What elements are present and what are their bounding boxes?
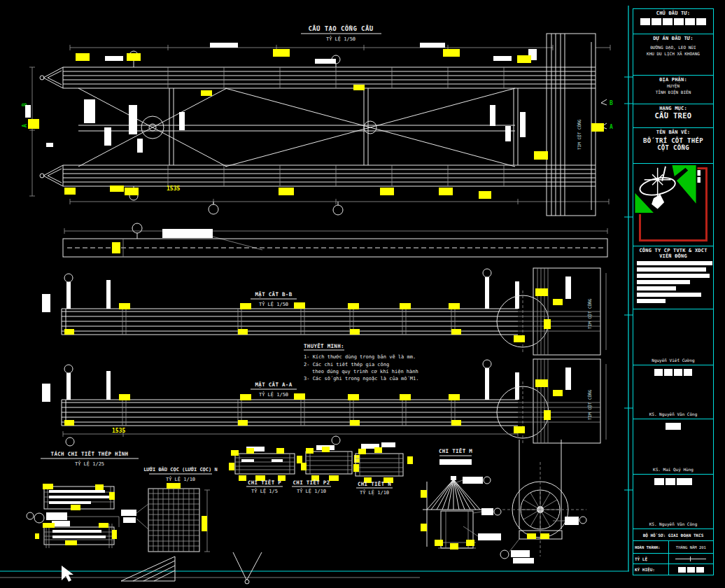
category-label: HẠNG MỤC: [635,106,711,111]
detail-n: CHI TIẾT N TỶ LỆ 1/10 [353,442,413,496]
cad-sheet: { "sheet": { "background": "#000000", "f… [0,0,725,588]
highlighted-dim [202,516,207,531]
date-label: HOÀN THÀNH: [635,545,660,550]
note-line: 2- Các chi tiết thép gia công [304,362,389,368]
main-scale: TỶ LỆ 1/50 [326,36,356,42]
cursor-arrow [62,566,73,582]
drawing-canvas: CẤU TẠO CỔNG CẦU TỶ LỆ 1/50 TIM CỘT CỔNG… [0,0,633,588]
detail-m: CHI TIẾT M [421,448,501,550]
tb-sign-1: Nguyễn Viết Cường [633,309,713,365]
scale-label: TỶ LỆ [635,556,647,561]
signer3-name: KS. Mai Quý Hùng [635,467,711,472]
redacted-row [635,423,711,430]
project-line2: KHU DU LỊCH XÃ KHOANG [635,50,711,57]
detail2-scale: TỶ LỆ 1/10 [166,476,195,482]
redacted-bar [637,299,666,303]
studs [64,360,519,400]
scale-bar-symbol [675,556,706,561]
redacted-label [42,384,50,402]
signer2-name: KS. Nguyễn Văn Công [635,412,711,417]
footer-partial-shapes [62,552,262,584]
note-line: theo đúng quy trình cơ khí hiện hành [312,369,418,374]
tb-drawing-name: TÊN BẢN VẼ: BỐ TRÍ CỐT THÉP CỘT CỔNG [633,128,713,164]
signer1-name: Nguyễn Viết Cường [635,358,711,363]
investor-label: CHỦ ĐẦU TƯ: [635,10,711,16]
detail-p2: CHI TIẾT P2 TỶ LỆ 1/10 [292,445,360,494]
redacted-row [635,369,711,376]
detail3-title: CHI TIẾT P [248,479,281,486]
redacted-bar [637,261,712,265]
dim-1535-bottom: 1535 [112,428,125,434]
redacted-label [439,459,472,465]
section-b-drawing: MẶT CẮT B-B TỶ LỆ 1/50 TIM CỘT CỔNG [42,268,606,355]
main-title: CẤU TẠO CỔNG CẦU [308,24,373,32]
redacted-label [123,517,136,523]
detail3-scale: TỶ LỆ 1/5 [251,488,278,494]
dossier-text: BỘ HỒ SƠ: GIAI ĐOẠN TKCS [643,533,704,538]
redacted-bar [637,286,676,290]
column-axis-label: TIM CỘT CỔNG [577,119,582,150]
detail-luoi-coc: LƯỚI ĐẦU CỌC (LƯỚI CỌC) N TỶ LỆ 1/10 [121,466,218,552]
marker-a-right: A [610,124,613,130]
tb-project: DỰ ÁN ĐẦU TƯ: ĐƯỜNG DẠO, LEO NÚI KHU DU … [633,34,713,76]
notes-title: THUYẾT MINH: [304,343,344,349]
redacted-bar [637,274,710,278]
detail-wheel [500,440,586,564]
redacted-labels [25,43,537,153]
category-value: CẦU TREO [635,111,711,120]
redacted-row [669,566,713,574]
section-a-scale: TỶ LỆ 1/50 [259,391,288,398]
detail2-title: LƯỚI ĐẦU CỌC (LƯỚI CỌC) N [143,466,217,472]
note-line: 1- Kích thước dùng trong bản vẽ là mm. [304,354,416,360]
tb-dossier: BỘ HỒ SƠ: GIAI ĐOẠN TKCS [633,529,713,541]
project-line1: ĐƯỜNG DẠO, LEO NÚI [635,44,711,50]
highlighted-dims [421,490,474,550]
detail5-scale: TỶ LỆ 1/10 [360,489,389,496]
rod-bar-drawing [63,223,607,257]
marker-a-left: A [22,124,28,127]
detail-p: CHI TIẾT P TỶ LỆ 1/5 [229,447,302,494]
redacted-label [42,294,50,312]
signer4-name: KS. Nguyễn Văn Công [635,522,711,527]
company-logo [639,167,708,241]
notes-block: THUYẾT MINH: 1- Kích thước dùng trong bả… [304,343,418,382]
tb-company: CÔNG TY CP TVTK & XDCT VIỄN ĐÔNG [633,246,713,309]
detail-thep-hinh: TÁCH CHI TIẾT THÉP HÌNH TỶ LỆ 1/25 [27,451,139,548]
redacted-bar [637,267,706,272]
drawing-name-label: TÊN BẢN VẼ: [635,130,711,135]
tb-sign-3: KS. Mai Quý Hùng [633,419,713,475]
symbol-label: KÝ HIỆU: [635,567,655,572]
date-value: THÁNG NĂM 201 [676,545,706,550]
tb-sign-4: KS. Nguyễn Văn Công [633,475,713,529]
detail6-title: CHI TIẾT M [439,448,472,454]
redacted-row [635,478,711,485]
tb-sign-2: KS. Nguyễn Văn Công [633,365,713,419]
project-label: DỰ ÁN ĐẦU TƯ: [635,36,711,41]
redacted-row [635,18,711,25]
column-axis-label: TIM CỘT CỔNG [587,389,593,420]
detail4-title: CHI TIẾT P2 [293,479,330,486]
location-label: ĐỊA PHẬN: [635,77,711,83]
redacted-label [162,229,213,238]
tb-investor: CHỦ ĐẦU TƯ: [633,9,713,34]
marker-b-right: B [610,100,613,106]
logo-art [633,164,698,214]
main-plan-drawing: CẤU TẠO CỔNG CẦU TỶ LỆ 1/50 TIM CỘT CỔNG… [22,24,613,216]
dim-1535-top: 1535 [167,186,180,192]
redacted-bar [637,293,701,297]
company-line1: CÔNG TY CP TVTK & XDCT [635,248,711,253]
company-line2: VIỄN ĐÔNG [635,253,711,259]
section-a-title: MẶT CẮT A-A [255,382,293,388]
detail1-scale: TỶ LỆ 1/25 [75,461,104,467]
section-b-title: MẶT CẮT B-B [255,291,293,298]
location-line1: HUYỆN [635,83,711,89]
tb-category: HẠNG MỤC: CẦU TREO [633,104,713,128]
highlighted-dim [112,242,120,253]
detail1-title: TÁCH CHI TIẾT THÉP HÌNH [51,451,129,457]
tb-date: HOÀN THÀNH: THÁNG NĂM 201 [633,541,713,554]
title-block: CHỦ ĐẦU TƯ: DỰ ÁN ĐẦU TƯ: ĐƯỜNG DẠO, LEO… [633,8,714,575]
note-line: 3- Các số ghi trong ngoặc là của mố M1. [304,376,418,382]
detail4-scale: TỶ LỆ 1/10 [297,488,326,494]
column-axis-label: TIM CỘT CỔNG [587,298,593,329]
drawing-name-line2: CỘT CỔNG [635,144,711,151]
